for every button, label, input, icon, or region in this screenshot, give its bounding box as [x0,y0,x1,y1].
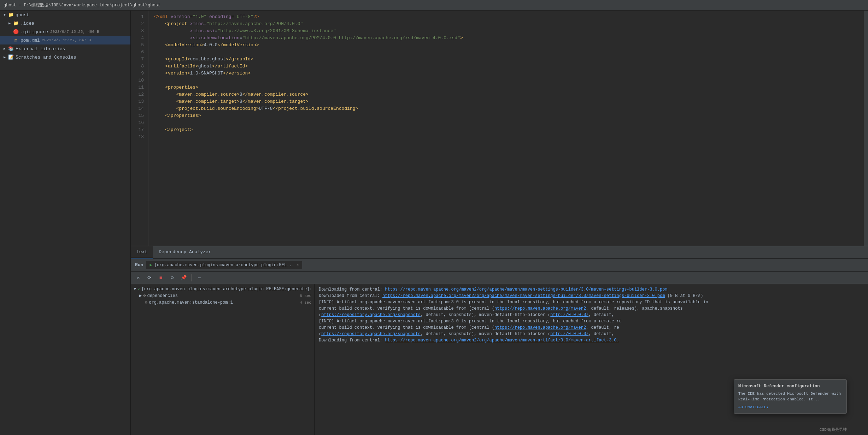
sidebar-idea-label: .idea [20,21,34,26]
run-tree-item-standalone[interactable]: ⚙ org.apache.maven:standalone-pom:1 4 se… [131,299,314,306]
folder-icon: 📁 [13,20,19,26]
csdn-watermark: CSDN@我是男神 [820,427,847,432]
run-tab-label: [org.apache.maven.plugins:maven-archetyp… [154,263,294,268]
code-content[interactable]: <?xml version="1.0" encoding="UTF-8"?> <… [148,11,864,246]
sidebar-gitignore-label: .gitignore [20,29,48,35]
run-tree-item-root[interactable]: ▼ ✓ [org.apache.maven.plugins:maven-arch… [131,286,314,292]
sidebar-gitignore-meta: 2023/9/7 15:25, 490 B [50,30,99,34]
sidebar-pom-label: pom.xml [20,38,40,43]
xml-file-icon: m [13,37,19,43]
main-layout: ▼ 📁 ghost ▶ 📁 .idea 🔴 .gitignore 2023/9/… [0,11,868,435]
editor-scrollbar[interactable] [864,11,868,246]
toolbar-divider [191,274,192,281]
chevron-right-icon: ▶ [2,55,7,60]
chevron-down-icon: ▼ [2,12,7,17]
chevron-right-icon: ▶ [7,21,12,26]
title-text: ghost — F:\编程数据\IDE\Java\workspace_idea\… [4,2,160,8]
sidebar-item-external-libs[interactable]: ▶ 📚 External Libraries [0,44,130,53]
sidebar-project-label: ghost [16,12,29,18]
editor-area: 1 2 3 4 5 6 7 8 9 10 11 12 13 14 15 16 1… [131,11,868,435]
sidebar-scratches-label: Scratches and Consoles [16,55,76,60]
sidebar-pom-meta: 2023/9/7 15:27, 647 B [42,38,91,42]
run-label: Run [135,262,143,268]
rerun-button[interactable]: ↺ [134,273,143,282]
sidebar-item-scratches[interactable]: ▶ 📝 Scratches and Consoles [0,53,130,61]
sidebar-item-pom[interactable]: m pom.xml 2023/9/7 15:27, 647 B [0,36,130,44]
file-icon: 🔴 [13,29,19,35]
notification-title: Microsoft Defender configuration [738,384,842,389]
libs-icon: 📚 [8,46,14,52]
settings-button[interactable]: ⚙ [168,273,177,282]
more-button[interactable]: ⋯ [195,273,204,282]
run-header: Run ▶ [org.apache.maven.plugins:maven-ar… [131,259,868,272]
run-toolbar: ↺ ⟳ ■ ⚙ 📌 ⋯ [131,272,868,284]
run-tree: ▼ ✓ [org.apache.maven.plugins:maven-arch… [131,284,315,435]
chevron-down-icon: ▼ [134,287,136,292]
chevron-right-icon: ▶ [2,46,7,51]
sidebar-external-libs-label: External Libraries [16,46,65,52]
close-tab-icon[interactable]: × [297,263,299,267]
scratch-icon: 📝 [8,54,14,60]
notification-action[interactable]: AUTOMATICALLY [738,405,842,409]
sidebar: ▼ 📁 ghost ▶ 📁 .idea 🔴 .gitignore 2023/9/… [0,11,131,435]
notification-body: The IDE has detected Microsoft Defender … [738,391,842,402]
pin-button[interactable]: 📌 [179,273,188,282]
code-editor: 1 2 3 4 5 6 7 8 9 10 11 12 13 14 15 16 1… [131,11,868,246]
notification-popup: Microsoft Defender configuration The IDE… [734,379,847,414]
tab-dependency-analyzer[interactable]: Dependency Analyzer [153,246,217,258]
sidebar-item-ghost-root[interactable]: ▼ 📁 ghost [0,11,130,19]
bottom-tabs: Text Dependency Analyzer [131,246,868,258]
line-numbers: 1 2 3 4 5 6 7 8 9 10 11 12 13 14 15 16 1… [131,11,148,246]
reload-button[interactable]: ⟳ [145,273,154,282]
stop-button[interactable]: ■ [156,273,165,282]
sidebar-item-idea[interactable]: ▶ 📁 .idea [0,19,130,28]
folder-icon: 📁 [8,12,14,18]
tab-text[interactable]: Text [131,246,153,258]
title-bar: ghost — F:\编程数据\IDE\Java\workspace_idea\… [0,0,868,11]
run-tab-icon: ▶ [149,262,152,268]
sidebar-item-gitignore[interactable]: 🔴 .gitignore 2023/9/7 15:25, 490 B [0,28,130,36]
run-tree-item-deps[interactable]: ▶ ⚙ dependencies 6 sec [131,292,314,299]
run-tab[interactable]: ▶ [org.apache.maven.plugins:maven-archet… [146,261,302,269]
chevron-right-icon: ▶ [139,293,142,298]
